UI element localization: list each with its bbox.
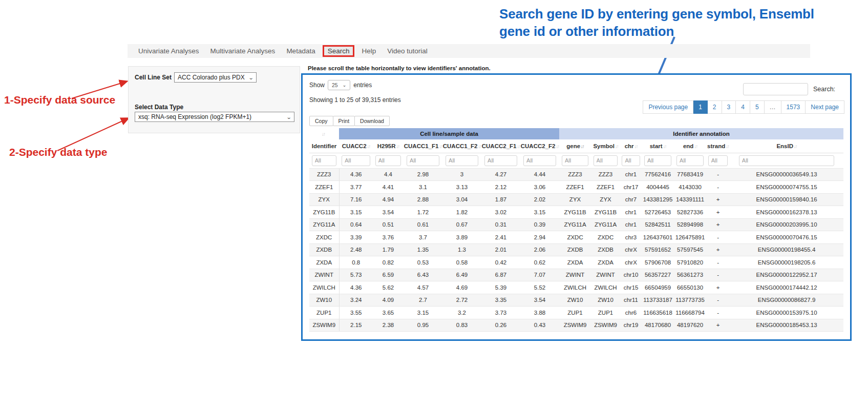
filter-input-cuacc2-f2[interactable] — [523, 155, 556, 166]
table-cell: ZUP1 — [309, 307, 339, 319]
column-header-cuacc2-f2[interactable]: CUACC2_F2 ↓↑ — [520, 139, 559, 153]
filter-input-cuacc2-f1[interactable] — [484, 155, 517, 166]
column-header-start[interactable]: start ↓↑ — [642, 139, 674, 153]
filter-input-symbol[interactable] — [594, 155, 618, 166]
filter-input-ensid[interactable] — [739, 155, 835, 166]
table-cell: 5.39 — [481, 281, 520, 294]
table-cell: chr1 — [620, 168, 642, 181]
table-cell: 52827336 — [674, 206, 706, 219]
table-row: ZXDC3.393.763.73.892.412.94ZXDCZXDCchr31… — [309, 231, 843, 244]
column-header-end[interactable]: end ↓↑ — [674, 139, 706, 153]
column-header-chr[interactable]: chr ↓↑ — [620, 139, 642, 153]
page-button-5[interactable]: 5 — [750, 100, 765, 114]
sort-icon[interactable]: ↓↑ — [516, 144, 520, 149]
gene-table: ↓↑Cell line/sample dataIdentifier annota… — [309, 128, 843, 332]
page-button-1[interactable]: 1 — [693, 100, 708, 114]
column-header-symbol[interactable]: Symbol ↓↑ — [591, 139, 620, 153]
page-button-3[interactable]: 3 — [722, 100, 736, 114]
sort-icon[interactable]: ↓↑ — [793, 144, 797, 149]
show-label: Show — [309, 82, 325, 89]
column-header-h295r[interactable]: H295R ↓↑ — [373, 139, 404, 153]
column-header-strand[interactable]: strand ↓↑ — [706, 139, 730, 153]
download-button[interactable]: Download — [354, 116, 390, 126]
table-cell: 3.2 — [442, 307, 481, 319]
column-header-cuacc2-f1[interactable]: CUACC2_F1 ↓↑ — [481, 139, 520, 153]
table-cell: 1.35 — [404, 243, 442, 256]
sort-icon[interactable]: ↓↑ — [477, 144, 481, 149]
data-type-select[interactable]: xsq: RNA-seq Expression (log2 FPKM+1) ⌄ — [135, 112, 294, 122]
table-cell: ENSG00000162378.13 — [730, 206, 843, 219]
table-cell: ZYG11B — [559, 206, 591, 219]
page-button-2[interactable]: 2 — [708, 100, 722, 114]
column-header-identifier[interactable]: Identifier — [309, 139, 339, 153]
filter-input-strand[interactable] — [708, 155, 728, 166]
search-input[interactable] — [743, 83, 808, 95]
table-cell: 77683419 — [674, 168, 706, 181]
table-cell: ENSG00000198455.4 — [730, 243, 843, 256]
column-header-ensid[interactable]: EnsID ↓↑ — [730, 139, 843, 153]
table-cell: chrX — [620, 256, 642, 269]
print-button[interactable]: Print — [333, 116, 355, 126]
filter-input-gene[interactable] — [562, 155, 588, 166]
filter-input-end[interactable] — [676, 155, 704, 166]
sort-icon[interactable]: ↓↑ — [367, 144, 370, 149]
filter-input-h295r[interactable] — [375, 155, 401, 166]
page-button-1573[interactable]: 1573 — [781, 100, 806, 114]
page-button-4[interactable]: 4 — [736, 100, 750, 114]
table-cell: - — [706, 181, 730, 194]
cell-line-set-select[interactable]: ACC Colorado plus PDX ⌄ — [174, 72, 257, 83]
table-cell: 1.79 — [373, 243, 404, 256]
table-cell: 3.7 — [404, 231, 442, 244]
previous-page-button[interactable]: Previous page — [643, 100, 693, 114]
chevron-down-icon: ⌄ — [286, 114, 291, 120]
nav-item-video-tutorial[interactable]: Video tutorial — [382, 46, 433, 56]
nav-item-metadata[interactable]: Metadata — [281, 46, 321, 56]
column-header-cuacc1-f1[interactable]: CUACC1_F1 ↓↑ — [404, 139, 442, 153]
table-cell: chr6 — [620, 307, 642, 319]
table-cell: ZWINT — [559, 269, 591, 281]
column-header-gene[interactable]: gene ↓↑ — [559, 139, 591, 153]
column-header-cuacc2[interactable]: CUACC2 ↓↑ — [339, 139, 373, 153]
filter-input-cuacc1-f2[interactable] — [446, 155, 478, 166]
next-page-button[interactable]: Next page — [806, 100, 844, 114]
table-cell: ZWINT — [309, 269, 339, 281]
table-cell: 2.01 — [481, 243, 520, 256]
filter-input-cuacc1-f1[interactable] — [407, 155, 439, 166]
table-cell: 4143030 — [674, 181, 706, 194]
table-cell: - — [706, 231, 730, 244]
column-header-cuacc1-f2[interactable]: CUACC1_F2 ↓↑ — [442, 139, 481, 153]
filter-input-identifier[interactable] — [312, 155, 337, 166]
sort-icon[interactable]: ↓↑ — [693, 144, 697, 149]
sort-icon[interactable]: ↓↑ — [556, 144, 559, 149]
table-cell: ZWILCH — [559, 281, 591, 294]
copy-button[interactable]: Copy — [309, 116, 333, 126]
table-cell: ENSG00000159840.16 — [730, 193, 843, 206]
sort-icon[interactable]: ↓↑ — [663, 144, 666, 149]
table-cell: chr11 — [620, 294, 642, 307]
filter-input-chr[interactable] — [622, 155, 640, 166]
nav-item-help[interactable]: Help — [356, 46, 382, 56]
sort-icon[interactable]: ↓↑ — [396, 144, 399, 149]
pagination: Previous page12345…1573Next page — [643, 100, 844, 114]
table-cell: ZW10 — [559, 294, 591, 307]
filter-input-cuacc2[interactable] — [342, 155, 370, 166]
table-cell: 57591652 — [642, 243, 674, 256]
sort-icon[interactable]: ↓↑ — [725, 144, 729, 149]
sort-icon[interactable]: ↓↑ — [634, 144, 638, 149]
table-cell: 57906708 — [642, 256, 674, 269]
nav-item-multivariate-analyses[interactable]: Multivariate Analyses — [205, 46, 281, 56]
entries-per-page-select[interactable]: 25 ⌄ — [328, 80, 350, 90]
table-cell: ENSG00000086827.9 — [730, 294, 843, 307]
table-cell: 4.27 — [481, 168, 520, 181]
sort-icon[interactable]: ↓↑ — [438, 144, 442, 149]
sort-icon[interactable]: ↓↑ — [615, 144, 618, 149]
nav-item-search[interactable]: Search — [323, 45, 355, 57]
sort-icon[interactable]: ↓↑ — [580, 144, 584, 149]
nav-item-univariate-analyses[interactable]: Univariate Analyses — [133, 46, 205, 56]
table-cell: ENSG00000036549.13 — [730, 168, 843, 181]
nav-bar: Univariate AnalysesMultivariate Analyses… — [128, 44, 810, 58]
filter-input-start[interactable] — [644, 155, 671, 166]
table-cell: 4.36 — [339, 281, 373, 294]
identifier-sort-icon[interactable]: ↓↑ — [309, 128, 339, 139]
table-cell: 0.53 — [404, 256, 442, 269]
